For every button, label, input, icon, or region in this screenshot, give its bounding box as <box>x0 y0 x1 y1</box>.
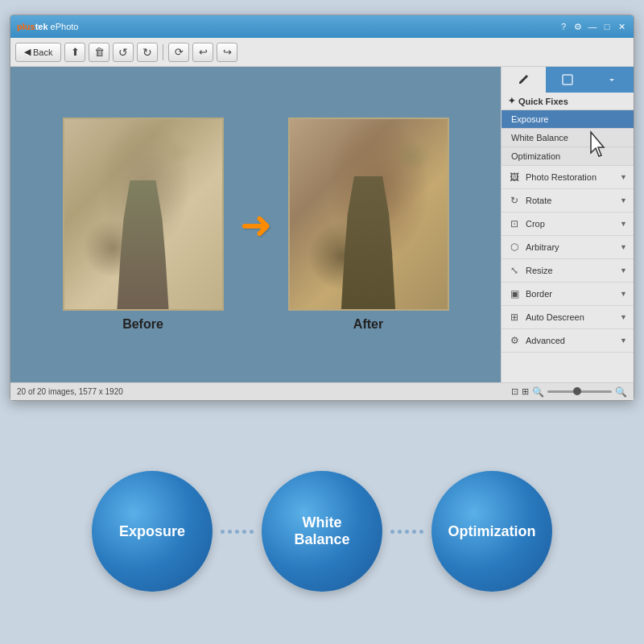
dot <box>221 530 225 534</box>
photo-restoration-icon: 🖼 <box>508 171 521 184</box>
minimize-button[interactable]: — <box>587 21 598 32</box>
settings-button[interactable]: ⚙ <box>572 21 584 32</box>
resize-icon: ⤡ <box>508 264 521 277</box>
view-icon-2[interactable]: ⊞ <box>522 386 529 397</box>
undo-button[interactable]: ↩ <box>192 43 213 62</box>
after-label: After <box>353 317 383 332</box>
status-right: ⊡ ⊞ 🔍 🔍 <box>511 386 627 398</box>
title-bar: plustek ePhoto ? ⚙ — □ ✕ <box>10 15 634 38</box>
before-label: Before <box>122 317 163 332</box>
resize-label: Resize <box>526 266 615 275</box>
enhance-icon <box>561 73 574 86</box>
border-arrow: ▼ <box>620 290 627 298</box>
before-photo <box>63 118 224 311</box>
exposure-bubble: Exposure <box>92 471 213 592</box>
dot <box>419 530 423 534</box>
dot <box>412 530 416 534</box>
view-icon-1[interactable]: ⊡ <box>511 386 518 397</box>
tool-border[interactable]: ▣ Border ▼ <box>502 283 634 306</box>
quick-fixes-label: Quick Fixes <box>518 97 568 106</box>
app-window: plustek ePhoto ? ⚙ — □ ✕ ◀ Back ⬆ 🗑 ↺ ↻ <box>10 14 634 401</box>
border-icon: ▣ <box>508 287 521 300</box>
main-content: Before ➜ After <box>10 67 634 382</box>
crop-icon: ⊡ <box>508 217 521 230</box>
dot <box>242 530 246 534</box>
bottom-section: Exposure White Balance Optimization <box>0 419 644 644</box>
help-button[interactable]: ? <box>558 21 569 32</box>
refresh-icon: ⟳ <box>175 46 184 58</box>
dot <box>228 530 232 534</box>
export-icon <box>605 73 618 86</box>
tool-photo-restoration[interactable]: 🖼 Photo Restoration ▼ <box>502 166 634 189</box>
tool-advanced[interactable]: ⚙ Advanced ▼ <box>502 329 634 353</box>
undo-icon: ↩ <box>199 46 208 58</box>
dot <box>250 530 254 534</box>
status-info: 20 of 20 images, 1577 x 1920 <box>17 387 123 396</box>
quick-fix-exposure[interactable]: Exposure <box>502 110 634 129</box>
tool-arbitrary[interactable]: ⬡ Arbitrary ▼ <box>502 236 634 259</box>
upload-icon: ⬆ <box>71 46 80 58</box>
optimization-bubble-label: Optimization <box>448 523 536 540</box>
back-label: Back <box>33 47 52 57</box>
dot <box>235 530 239 534</box>
svg-rect-0 <box>563 75 572 85</box>
white-balance-bubble: White Balance <box>262 471 382 592</box>
rotate-icon: ↻ <box>508 194 521 207</box>
after-photo-wrapper: After <box>288 118 449 332</box>
photo-restoration-label: Photo Restoration <box>526 172 615 182</box>
logo-plus: plus <box>17 22 35 31</box>
arrow-icon: ➜ <box>240 202 272 247</box>
after-photo <box>288 118 449 311</box>
connector-1 <box>213 530 262 534</box>
zoom-in-icon[interactable]: 🔍 <box>615 386 627 398</box>
tab-edit[interactable] <box>502 67 546 93</box>
border-label: Border <box>526 289 615 299</box>
logo-tek: tek <box>35 22 48 31</box>
quick-fixes-header: ✦ Quick Fixes <box>502 93 634 110</box>
zoom-out-icon[interactable]: 🔍 <box>532 386 544 398</box>
arbitrary-label: Arbitrary <box>526 242 615 252</box>
quick-fix-white-balance[interactable]: White Balance <box>502 129 634 147</box>
redo-button[interactable]: ↪ <box>217 43 237 62</box>
arbitrary-icon: ⬡ <box>508 241 521 254</box>
back-arrow-icon: ◀ <box>24 47 31 57</box>
auto-descreen-icon: ⊞ <box>508 311 521 324</box>
crop-label: Crop <box>526 219 615 229</box>
tool-crop[interactable]: ⊡ Crop ▼ <box>502 213 634 236</box>
dot <box>398 530 402 534</box>
zoom-slider[interactable] <box>547 390 612 393</box>
delete-icon: 🗑 <box>94 46 105 58</box>
tool-rotate[interactable]: ↻ Rotate ▼ <box>502 189 634 213</box>
resize-arrow: ▼ <box>620 266 627 275</box>
quick-fix-items: Exposure White Balance Optimization <box>502 110 634 166</box>
quick-fix-optimization[interactable]: Optimization <box>502 147 634 166</box>
rotate-right-button[interactable]: ↻ <box>137 43 158 62</box>
tool-auto-descreen[interactable]: ⊞ Auto Descreen ▼ <box>502 306 634 329</box>
auto-descreen-arrow: ▼ <box>620 313 627 321</box>
toolbar-separator <box>163 44 163 60</box>
dot <box>390 530 394 534</box>
auto-descreen-label: Auto Descreen <box>526 312 615 322</box>
title-bar-left: plustek ePhoto <box>17 22 78 31</box>
delete-button[interactable]: 🗑 <box>89 43 109 62</box>
upload-button[interactable]: ⬆ <box>64 43 85 62</box>
maximize-button[interactable]: □ <box>601 21 613 32</box>
refresh-button[interactable]: ⟳ <box>168 43 189 62</box>
rotate-label: Rotate <box>526 196 615 205</box>
title-bar-controls: ? ⚙ — □ ✕ <box>558 21 627 32</box>
tool-resize[interactable]: ⤡ Resize ▼ <box>502 259 634 283</box>
image-comparison: Before ➜ After <box>63 118 449 332</box>
rotate-left-button[interactable]: ↺ <box>113 43 134 62</box>
advanced-arrow: ▼ <box>620 336 627 345</box>
dot <box>405 530 409 534</box>
rotate-right-icon: ↻ <box>142 46 152 59</box>
logo-ephoto: ePhoto <box>48 22 79 31</box>
quick-fixes-icon: ✦ <box>508 96 515 106</box>
tab-export[interactable] <box>589 67 634 93</box>
close-button[interactable]: ✕ <box>616 21 627 32</box>
status-bar: 20 of 20 images, 1577 x 1920 ⊡ ⊞ 🔍 🔍 <box>10 382 634 400</box>
tab-enhance[interactable] <box>546 67 590 93</box>
zoom-handle <box>573 387 581 395</box>
advanced-icon: ⚙ <box>508 334 521 347</box>
back-button[interactable]: ◀ Back <box>15 43 61 62</box>
